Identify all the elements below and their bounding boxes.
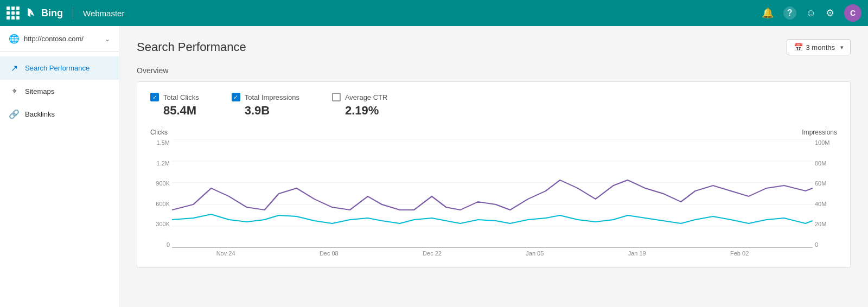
y-right-100m: 100M xyxy=(815,139,830,146)
sitemap-icon: ⌖ xyxy=(9,86,20,96)
x-label-dec22: Dec 22 xyxy=(423,250,442,257)
main-layout: 🌐 http://contoso.com/ ⌄ ↗ Search Perform… xyxy=(0,26,868,307)
average-ctr-checkbox[interactable] xyxy=(332,93,341,101)
site-url-selector[interactable]: 🌐 http://contoso.com/ ⌄ xyxy=(0,26,119,52)
app-launcher-icon[interactable] xyxy=(7,7,20,20)
help-icon[interactable]: ? xyxy=(783,7,796,20)
y-left-300k: 300K xyxy=(156,221,170,227)
chevron-down-icon: ▾ xyxy=(840,44,844,51)
y-right-40m: 40M xyxy=(815,201,826,207)
overview-chart-card: ✓ Total Clicks 85.4M ✓ Total Impressions… xyxy=(137,81,851,268)
total-impressions-label: Total Impressions xyxy=(245,93,299,101)
sidebar: 🌐 http://contoso.com/ ⌄ ↗ Search Perform… xyxy=(0,26,119,307)
sidebar-item-sitemaps[interactable]: ⌖ Sitemaps xyxy=(0,80,119,103)
settings-icon[interactable]: ⚙ xyxy=(826,7,834,19)
x-label-jan19: Jan 19 xyxy=(628,250,646,257)
total-impressions-value: 3.9B xyxy=(245,104,299,118)
chevron-down-icon: ⌄ xyxy=(105,35,110,43)
calendar-icon: 📅 xyxy=(794,43,803,52)
metric-total-impressions: ✓ Total Impressions 3.9B xyxy=(232,93,299,118)
sidebar-item-search-performance[interactable]: ↗ Search Performance xyxy=(0,56,119,80)
performance-chart: Clicks Impressions 1.5M 1.2M 900K 600K 3… xyxy=(150,129,837,257)
date-filter-value: 3 months xyxy=(806,43,835,52)
y-right-20m: 20M xyxy=(815,221,826,227)
metric-average-ctr: Average CTR 2.19% xyxy=(332,93,388,118)
total-clicks-checkbox[interactable]: ✓ xyxy=(150,93,159,101)
backlinks-icon: 🔗 xyxy=(9,109,20,119)
x-label-jan05: Jan 05 xyxy=(526,250,544,257)
trending-icon: ↗ xyxy=(9,63,20,73)
bing-logo: Bing xyxy=(25,7,63,20)
y-left-600k: 600K xyxy=(156,201,170,207)
x-label-nov24: Nov 24 xyxy=(216,250,235,257)
sidebar-item-label: Search Performance xyxy=(25,64,90,72)
date-filter-dropdown[interactable]: 📅 3 months ▾ xyxy=(787,39,851,55)
total-clicks-label: Total Clicks xyxy=(163,93,199,101)
y-right-60m: 60M xyxy=(815,180,826,187)
y-axis-left-label: Clicks xyxy=(150,129,168,136)
total-clicks-value: 85.4M xyxy=(163,104,199,118)
x-label-feb02: Feb 02 xyxy=(730,250,749,257)
y-right-0: 0 xyxy=(815,241,818,248)
average-ctr-label: Average CTR xyxy=(345,93,388,101)
total-impressions-checkbox[interactable]: ✓ xyxy=(232,93,240,101)
top-navigation: Bing Webmaster 🔔 ? ☺ ⚙ C xyxy=(0,0,868,26)
average-ctr-value: 2.19% xyxy=(345,104,388,118)
feedback-icon[interactable]: ☺ xyxy=(806,8,816,19)
page-header: Search Performance 📅 3 months ▾ xyxy=(137,39,851,55)
y-axis-right-label: Impressions xyxy=(802,129,837,136)
globe-icon: 🌐 xyxy=(9,34,20,44)
sidebar-item-backlinks[interactable]: 🔗 Backlinks xyxy=(0,103,119,126)
y-left-0: 0 xyxy=(167,241,170,248)
metric-total-clicks: ✓ Total Clicks 85.4M xyxy=(150,93,199,118)
y-left-1.5m: 1.5M xyxy=(157,139,170,146)
notification-bell-icon[interactable]: 🔔 xyxy=(762,7,774,19)
y-left-1.2m: 1.2M xyxy=(157,160,170,167)
main-content: Search Performance 📅 3 months ▾ Overview… xyxy=(119,26,868,307)
app-title: Webmaster xyxy=(83,9,124,18)
sidebar-navigation: ↗ Search Performance ⌖ Sitemaps 🔗 Backli… xyxy=(0,52,119,130)
nav-divider xyxy=(73,7,73,20)
metrics-row: ✓ Total Clicks 85.4M ✓ Total Impressions… xyxy=(150,93,837,118)
y-left-900k: 900K xyxy=(156,180,170,187)
user-avatar[interactable]: C xyxy=(844,4,861,22)
chart-svg xyxy=(172,139,813,248)
site-url: http://contoso.com/ xyxy=(24,35,100,43)
sidebar-item-label: Sitemaps xyxy=(25,87,54,95)
y-right-80m: 80M xyxy=(815,160,826,167)
overview-label: Overview xyxy=(137,66,851,75)
page-title: Search Performance xyxy=(137,40,246,54)
x-label-dec08: Dec 08 xyxy=(320,250,339,257)
sidebar-item-label: Backlinks xyxy=(25,110,55,118)
